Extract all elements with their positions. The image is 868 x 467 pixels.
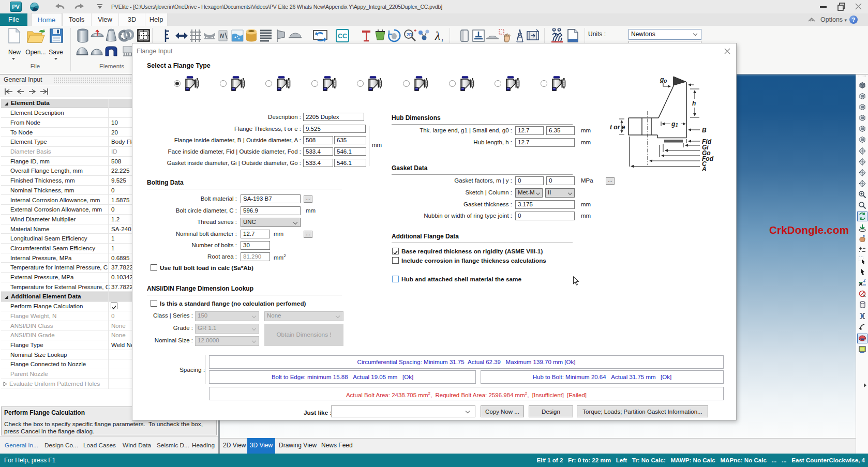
svg-text:g1: g1	[671, 120, 678, 128]
svg-text:N: N	[220, 33, 225, 39]
svg-text:t or e: t or e	[610, 124, 625, 131]
svg-text:i: i	[442, 37, 443, 43]
svg-text:λ: λ	[435, 29, 440, 42]
svg-text:A: A	[701, 165, 707, 172]
svg-text:h: h	[692, 100, 696, 107]
svg-text:B: B	[702, 127, 707, 134]
svg-text:CC: CC	[338, 33, 347, 40]
svg-text:go: go	[660, 76, 667, 84]
svg-text:2D: 2D	[407, 32, 412, 37]
